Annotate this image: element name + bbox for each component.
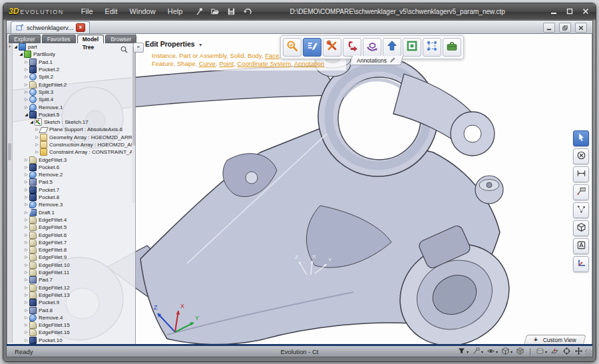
expand-arrow[interactable]: ▷ [23,329,29,335]
expand-arrow[interactable]: ▷ [23,322,29,328]
expand-arrow[interactable]: ▷ [23,224,29,230]
menu-file[interactable]: File [81,7,93,15]
menu-window[interactable]: Window [130,7,156,15]
expand-arrow[interactable]: ▷ [23,96,29,102]
tree-item[interactable]: ▷Split.4 [13,96,132,103]
tree-item[interactable]: ▷Constraint Array : CONSTRAINT_ARRAY-4 [13,148,132,156]
minimize-button[interactable] [549,7,558,15]
tree-item[interactable]: ▷Plane Support : AbsoluteAxis-6 [13,126,132,133]
expand-arrow[interactable]: ▷ [23,59,29,65]
expand-arrow[interactable]: ▷ [23,187,29,193]
dropdown-caret[interactable]: ▾ [481,349,483,354]
coordinate-system-button[interactable] [573,256,589,272]
document-close-icon[interactable]: x [76,23,85,32]
scrollbar-thumb[interactable] [8,143,11,160]
close-button[interactable] [581,7,590,15]
expand-arrow[interactable]: ◢ [23,112,29,118]
tree-item[interactable]: ▷Pad.1 [13,59,132,66]
expand-arrow[interactable]: ▷ [23,104,29,110]
tree-item[interactable]: ◢Sketch : Sketch.17 [13,118,132,126]
tree-item[interactable]: ◢Pocket.5 [13,111,132,118]
clamp-export-button[interactable] [343,38,361,57]
tree-item[interactable]: ▷Split.3 [13,89,132,96]
tree-search-icon[interactable] [120,45,128,53]
tab-favorites[interactable]: Favorites [42,35,76,43]
tree-item[interactable]: ▷Remove.3 [13,201,132,208]
tree-item[interactable]: ◢part [13,43,132,51]
tree-item[interactable]: ▷EdgeFillet.6 [13,231,132,238]
document-tab[interactable]: schwenklagerv... x [11,21,90,33]
inspect-search-button[interactable] [283,38,301,57]
tree-item[interactable]: ▷Pad.7 [13,276,132,283]
save-icon[interactable] [226,7,236,17]
tree-item[interactable]: ▷EdgeFillet.5 [13,224,132,231]
tree-item[interactable]: ▷Pocket.9 [13,299,132,306]
expand-arrow[interactable]: ▷ [23,82,29,88]
menu-help[interactable]: Help [168,7,183,15]
add-view-icon[interactable]: + [534,336,538,343]
cursor-select-button[interactable] [573,130,589,146]
tree-item[interactable]: ▷Pad.8 [13,306,132,313]
annotations-tab[interactable]: Annotations [349,56,403,65]
tree-item[interactable]: ▷EdgeFillet.2 [13,81,132,88]
expand-arrow[interactable]: ▷ [34,134,40,140]
expand-arrow[interactable]: ▷ [23,254,29,260]
tree-item[interactable]: ▷EdgeFillet.15 [13,321,132,329]
edit-properties-button[interactable] [303,38,321,57]
repair-tools-button[interactable] [323,38,341,57]
tree-item[interactable]: ▷Remove.1 [13,103,132,110]
tree-item[interactable]: ▷EdgeFillet.9 [13,254,132,261]
tree-item[interactable]: ▷Pad.5 [13,178,132,186]
scroll-up-icon[interactable]: ▲ [7,43,12,49]
tab-browser[interactable]: Browser [105,35,136,43]
mdi-restore-button[interactable] [559,23,571,33]
visibility-eye-button[interactable]: ▾ [487,347,498,357]
tree-item[interactable]: ▷Pocket.7 [13,186,132,194]
tree-item[interactable]: ▷Pocket.8 [13,194,132,201]
tree-item[interactable]: ▷Geometry Array : HGEOM2D_ARRAY-13 [13,134,132,141]
filter-funnel-button[interactable]: ▾ [457,347,469,357]
expand-arrow[interactable]: ▷ [23,240,29,246]
tree-item[interactable]: ▷Construction Array : HGEOM2D_ARRAY-14 [13,141,132,148]
tree-item[interactable]: ▷Pocket.6 [13,164,132,171]
label-a-button[interactable] [573,238,589,254]
expand-arrow[interactable]: ▷ [23,67,29,73]
dropdown-caret[interactable]: ▾ [496,349,498,354]
solid-cube-button[interactable] [516,347,524,357]
annotation-pin-button[interactable]: ▾ [472,347,483,357]
expand-arrow[interactable]: ▷ [23,210,29,216]
tree-item[interactable]: ▷Remove.4 [13,314,132,321]
dropdown-caret[interactable]: ▾ [545,349,547,354]
select-bounds-button[interactable] [423,38,441,57]
tooltip-text[interactable]: Point [219,60,234,67]
expand-arrow[interactable]: ▷ [23,277,29,283]
export-up-button[interactable] [383,38,401,57]
toolbox-button[interactable] [443,38,461,57]
expand-arrow[interactable]: ◢ [13,44,19,50]
cube-view-button[interactable] [573,220,589,236]
tree-item[interactable]: ▷EdgeFillet.4 [13,216,132,224]
expand-arrow[interactable]: ▷ [23,179,29,185]
expand-arrow[interactable]: ▷ [23,164,29,170]
tree-item[interactable]: ▷EdgeFillet.12 [13,284,132,291]
expand-arrow[interactable]: ▷ [23,337,29,343]
maximize-button[interactable] [565,7,574,15]
text-annotation-button[interactable] [573,184,589,200]
frame-green-button[interactable] [403,38,421,57]
tree-scrollbar-right[interactable] [132,43,135,203]
expand-arrow[interactable]: ▷ [23,217,29,223]
tree-item[interactable]: ▷EdgeFillet.16 [13,329,132,336]
edit-properties-header[interactable]: Edit Properties▼ [145,40,203,48]
expand-arrow[interactable]: ◢ [29,119,35,125]
tab-explorer[interactable]: Explorer [9,35,41,43]
expand-arrow[interactable]: ▷ [23,270,29,275]
tree-item[interactable]: ▷EdgeFillet.13 [13,291,132,299]
expand-arrow[interactable]: ▷ [34,149,40,155]
mdi-close-button[interactable] [575,23,587,33]
panel-collapse-button[interactable]: « [133,43,144,53]
tree-item[interactable]: ▷Draft.1 [13,209,132,216]
delete-circle-x-button[interactable] [573,148,589,164]
tree-item[interactable]: ▷EdgeFillet.8 [13,246,132,254]
expand-arrow[interactable]: ▷ [23,157,29,163]
open-folder-icon[interactable] [210,7,220,17]
